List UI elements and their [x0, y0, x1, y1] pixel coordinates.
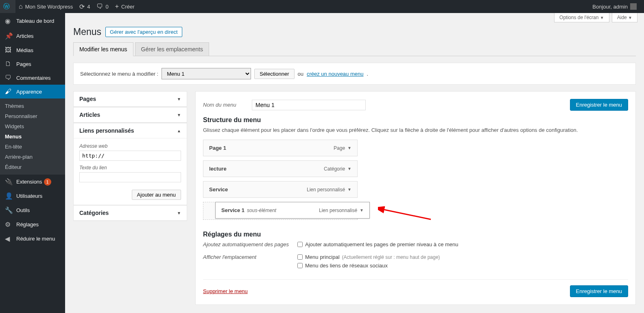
collapse-icon: ◀	[5, 235, 13, 243]
sidebar-item-media[interactable]: 🖾Médias	[0, 43, 65, 57]
auto-add-checkbox[interactable]	[297, 242, 303, 247]
menu-item[interactable]: Service Lien personnalisé▼	[203, 181, 358, 198]
help-button[interactable]: Aide ▼	[612, 13, 637, 22]
media-icon: 🖾	[5, 46, 13, 54]
wrench-icon: 🔧	[5, 206, 13, 214]
link-text-label: Texte du lien	[79, 165, 181, 171]
sidebar-item-tools[interactable]: 🔧Outils	[0, 203, 65, 217]
sidebar-item-appearance[interactable]: 🖌Apparence	[0, 85, 65, 98]
location-label: Afficher l'emplacement	[203, 254, 293, 260]
chevron-down-icon: ▼	[177, 113, 181, 117]
plugin-icon: 🔌	[5, 178, 13, 186]
wordpress-icon: ⓦ	[3, 2, 10, 11]
brush-icon: 🖌	[5, 88, 13, 95]
main-content: Options de l'écran ▼ Aide ▼ Menus Gérer …	[65, 13, 644, 313]
sub-item-widgets[interactable]: Widgets	[0, 121, 65, 131]
page-title: Menus	[73, 26, 101, 37]
tab-edit-menus[interactable]: Modifier les menus	[73, 42, 133, 56]
metabox-categories-head[interactable]: Catégories▼	[74, 206, 187, 221]
selector-label: Sélectionnez le menu à modifier :	[80, 71, 158, 77]
url-label: Adresse web	[79, 143, 181, 149]
menu-name-input[interactable]	[252, 100, 366, 110]
site-name-link[interactable]: ⌂Mon Site Wordpress	[15, 0, 76, 13]
metabox-custom-links-head[interactable]: Liens personnalisés▲	[74, 123, 187, 138]
comments-count: 0	[105, 4, 108, 10]
loc-social-checkbox[interactable]	[297, 263, 303, 268]
auto-add-label: Ajoutez automatiquement des pages	[203, 241, 293, 247]
menu-item[interactable]: Page 1 Page▼	[203, 140, 358, 156]
comment-icon: 🗨	[96, 3, 103, 10]
plus-icon: +	[115, 3, 119, 10]
loc-primary-checkbox[interactable]	[297, 254, 303, 260]
loc-social-label[interactable]: Menu des liens de réseaux sociaux	[297, 263, 628, 269]
sub-item-background[interactable]: Arrière-plan	[0, 152, 65, 162]
metabox-categories: Catégories▼	[73, 205, 187, 221]
nav-tabs: Modifier les menus Gérer les emplacement…	[73, 42, 636, 56]
create-link[interactable]: +Créer	[112, 0, 138, 13]
updates-link[interactable]: ⟳4	[76, 0, 93, 13]
admin-toolbar: ⓦ ⌂Mon Site Wordpress ⟳4 🗨0 +Créer Bonjo…	[0, 0, 644, 13]
create-label: Créer	[121, 4, 135, 10]
url-input[interactable]	[79, 151, 181, 161]
select-button[interactable]: Sélectionner	[254, 69, 294, 79]
refresh-icon: ⟳	[79, 3, 85, 11]
chevron-down-icon: ▼	[347, 166, 351, 171]
chevron-down-icon: ▼	[600, 15, 604, 20]
sidebar-item-pages[interactable]: 🗋Pages	[0, 57, 65, 71]
avatar-icon	[630, 3, 637, 10]
add-to-menu-button[interactable]: Ajouter au menu	[132, 190, 181, 200]
structure-title: Structure du menu	[203, 116, 628, 124]
site-name: Mon Site Wordpress	[25, 4, 73, 10]
menu-item[interactable]: lecture Catégorie▼	[203, 160, 358, 177]
structure-desc: Glissez chaque élément pour les placer d…	[203, 127, 628, 133]
comments-link[interactable]: 🗨0	[93, 0, 111, 13]
comments-icon: 🗨	[5, 74, 13, 81]
manage-preview-button[interactable]: Gérer avec l'aperçu en direct	[105, 27, 182, 37]
chevron-down-icon: ▼	[177, 211, 181, 215]
loc-primary-label[interactable]: Menu principal (Actuellement réglé sur :…	[297, 254, 628, 260]
home-icon: ⌂	[19, 3, 23, 10]
metabox-custom-links: Liens personnalisés▲ Adresse web Texte d…	[73, 123, 187, 205]
sub-item-themes[interactable]: Thèmes	[0, 101, 65, 111]
appearance-submenu: Thèmes Personnaliser Widgets Menus En-tê…	[0, 98, 65, 175]
screen-options-button[interactable]: Options de l'écran ▼	[554, 13, 609, 22]
menu-item-dragging[interactable]: Service 1sous-élément Lien personnalisé▼	[215, 202, 370, 219]
account-link[interactable]: Bonjour, admin	[589, 0, 640, 13]
menu-select[interactable]: Menu 1	[162, 68, 251, 79]
sidebar-item-collapse[interactable]: ◀Réduire le menu	[0, 232, 65, 246]
link-text-input[interactable]	[79, 172, 181, 182]
annotation-arrow-icon	[378, 205, 435, 221]
tab-manage-locations[interactable]: Gérer les emplacements	[135, 42, 210, 56]
sidebar-item-users[interactable]: 👤Utilisateurs	[0, 189, 65, 203]
delete-menu-link[interactable]: Supprimer le menu	[203, 288, 248, 294]
metabox-articles-head[interactable]: Articles▼	[74, 107, 187, 123]
auto-add-checkbox-label[interactable]: Ajouter automatiquement les pages de pre…	[297, 241, 628, 247]
sub-item-customize[interactable]: Personnaliser	[0, 111, 65, 121]
metabox-pages-head[interactable]: Pages▼	[74, 92, 187, 107]
sidebar-item-dashboard[interactable]: ◉Tableau de bord	[0, 13, 65, 29]
sub-item-header[interactable]: En-tête	[0, 142, 65, 152]
sub-item-menus[interactable]: Menus	[0, 131, 65, 142]
dashboard-icon: ◉	[5, 17, 13, 25]
sidebar-item-settings[interactable]: ⚙Réglages	[0, 217, 65, 232]
page-icon: 🗋	[5, 60, 13, 68]
menu-settings-title: Réglages du menu	[203, 231, 628, 238]
sub-item-editor[interactable]: Éditeur	[0, 162, 65, 172]
svg-line-0	[382, 209, 431, 219]
metabox-pages: Pages▼	[73, 91, 187, 107]
save-menu-button-top[interactable]: Enregistrer le menu	[570, 99, 628, 111]
plugin-badge: 1	[44, 178, 51, 186]
or-text: ou	[298, 71, 303, 77]
save-menu-button-bottom[interactable]: Enregistrer le menu	[570, 285, 628, 297]
sidebar-item-plugins[interactable]: 🔌Extensions1	[0, 175, 65, 189]
wp-logo[interactable]: ⓦ	[0, 0, 15, 13]
create-menu-link[interactable]: créez un nouveau menu	[307, 71, 363, 77]
menu-structure: Page 1 Page▼ lecture Catégorie▼ Service …	[203, 140, 628, 219]
sidebar-item-posts[interactable]: 📌Articles	[0, 29, 65, 43]
sidebar-item-comments[interactable]: 🗨Commentaires	[0, 71, 65, 85]
greeting-text: Bonjour, admin	[592, 4, 628, 10]
updates-count: 4	[87, 4, 90, 10]
menu-name-label: Nom du menu	[203, 102, 252, 108]
sliders-icon: ⚙	[5, 221, 13, 228]
chevron-down-icon: ▼	[347, 146, 351, 150]
